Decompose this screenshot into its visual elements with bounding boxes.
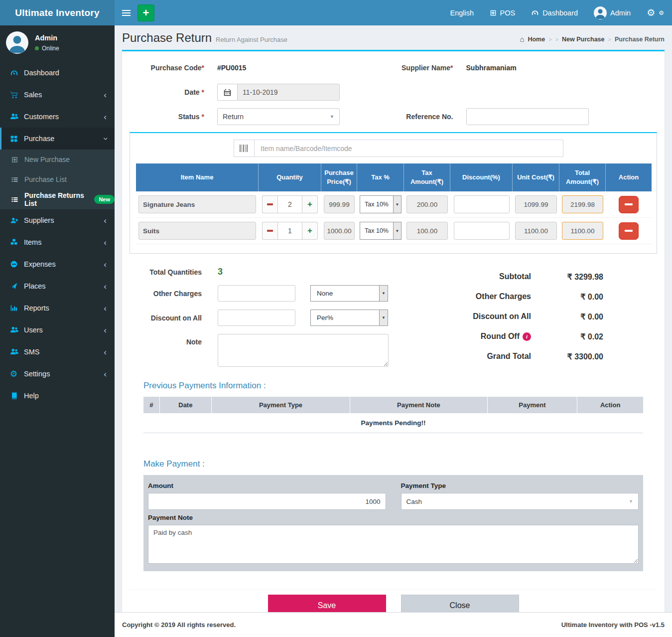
sidebar-item-new-purchase[interactable]: New Purchase xyxy=(0,150,115,169)
plus-icon: + xyxy=(143,7,149,18)
sidebar-item-customers[interactable]: Customers‹ xyxy=(0,106,115,128)
note-textarea[interactable] xyxy=(218,334,389,367)
discount-type-select[interactable]: Per% ▼ xyxy=(310,310,388,326)
grand-total-value: ₹ 3300.00 xyxy=(531,352,603,361)
discount-on-all-label: Discount on All xyxy=(130,314,202,322)
payment-note-textarea[interactable]: Paid by cash xyxy=(148,525,639,564)
dashboard-link[interactable]: Dashboard xyxy=(523,0,586,25)
discount-input[interactable] xyxy=(454,195,510,213)
plus-square-icon xyxy=(11,156,24,163)
caret-down-icon: ▼ xyxy=(379,310,388,325)
close-button[interactable]: Close xyxy=(401,595,519,612)
sidebar-user-name: Admin xyxy=(35,34,59,42)
page-subtitle: Return Against Purchase xyxy=(216,36,287,43)
caret-down-icon: ▼ xyxy=(629,499,633,504)
minus-icon xyxy=(625,203,633,205)
new-badge: New xyxy=(94,195,115,204)
sidebar: Admin Online Dashboard Sales‹ Customers‹… xyxy=(0,25,115,637)
sidebar-item-purchase-returns-list[interactable]: Purchase Returns ListNew xyxy=(0,189,115,209)
sidebar-item-items[interactable]: Items‹ xyxy=(0,231,115,253)
send-icon xyxy=(10,282,24,290)
other-charges-input[interactable] xyxy=(218,285,295,302)
users-icon xyxy=(10,325,24,334)
sidebar-item-expenses[interactable]: Expenses‹ xyxy=(0,253,115,275)
discount-input[interactable] xyxy=(454,222,510,240)
sidebar-item-users[interactable]: Users‹ xyxy=(0,319,115,341)
chevron-left-icon: ‹ xyxy=(104,326,107,334)
purchase-price-field: 1000.00 xyxy=(324,222,355,240)
item-search-input[interactable] xyxy=(254,140,563,157)
brand-logo[interactable]: Ultimate Inventory xyxy=(0,0,115,25)
bar-chart-icon xyxy=(10,304,24,312)
user-menu[interactable]: Admin xyxy=(586,0,639,25)
payment-type-select[interactable]: Cash ▼ xyxy=(401,493,639,510)
sidebar-user-status[interactable]: Online xyxy=(35,45,59,52)
supplier-label: Supplier Name* xyxy=(394,64,453,72)
sidebar-toggle-icon[interactable] xyxy=(115,0,137,25)
discount-total-value: ₹ 0.00 xyxy=(531,312,603,321)
amount-input[interactable] xyxy=(148,493,386,510)
remove-item-button[interactable] xyxy=(619,222,639,240)
chevron-left-icon: ‹ xyxy=(104,238,107,247)
sidebar-menu: Dashboard Sales‹ Customers‹ Purchase‹ Ne… xyxy=(0,62,115,407)
gears-icon: ⚙ xyxy=(10,369,24,379)
purchase-code-value: #PU0015 xyxy=(217,64,246,72)
quantity-stepper: + xyxy=(262,222,318,240)
user-plus-icon xyxy=(10,216,24,225)
tax-select[interactable]: Tax 10% ▼ xyxy=(360,222,402,240)
sidebar-item-reports[interactable]: Reports‹ xyxy=(0,297,115,319)
item-row: Signature Jeans + 999.99 xyxy=(136,191,652,218)
gear-small-icon: ⚙ xyxy=(659,10,664,16)
previous-payments-table: # Date Payment Type Payment Note Payment… xyxy=(143,397,643,433)
date-input-group: 11-10-2019 xyxy=(217,84,340,101)
date-field[interactable]: 11-10-2019 xyxy=(237,84,340,101)
page-title: Purchase Return xyxy=(122,31,212,45)
quick-add-button[interactable]: + xyxy=(137,4,154,21)
total-amount-field: 2199.98 xyxy=(562,195,603,213)
qty-increase-button[interactable]: + xyxy=(302,195,318,213)
sidebar-item-suppliers[interactable]: Suppliers‹ xyxy=(0,209,115,231)
chevron-left-icon: ‹ xyxy=(104,370,107,378)
item-name-field: Signature Jeans xyxy=(138,195,256,213)
info-icon[interactable]: i xyxy=(523,332,531,341)
payments-pending-message: Payments Pending!! xyxy=(143,413,643,433)
chevron-left-icon: ‹ xyxy=(104,91,107,99)
qty-input[interactable] xyxy=(277,195,302,213)
make-payment-heading: Make Payment : xyxy=(143,459,657,469)
qty-increase-button[interactable]: + xyxy=(302,222,318,240)
sidebar-item-places[interactable]: Places‹ xyxy=(0,275,115,297)
avatar xyxy=(6,31,28,54)
language-menu[interactable]: English xyxy=(442,0,482,25)
content-area: Purchase Return Return Against Purchase … xyxy=(115,25,672,612)
qty-input[interactable] xyxy=(277,222,302,240)
users-icon xyxy=(10,347,24,356)
items-table-header: Item Name Quantity Purchase Price(₹) Tax… xyxy=(136,163,652,191)
sidebar-item-purchase-list[interactable]: Purchase List xyxy=(0,169,115,189)
list-icon xyxy=(11,196,24,203)
calendar-icon[interactable] xyxy=(217,84,237,101)
qty-decrease-button[interactable] xyxy=(262,195,277,213)
speedometer-icon xyxy=(10,69,24,77)
tax-select[interactable]: Tax 10% ▼ xyxy=(360,195,402,213)
breadcrumb-home[interactable]: Home xyxy=(528,36,545,43)
qty-decrease-button[interactable] xyxy=(262,222,277,240)
sidebar-item-sms[interactable]: SMS‹ xyxy=(0,341,115,363)
discount-on-all-input[interactable] xyxy=(218,310,295,326)
chevron-left-icon: ‹ xyxy=(104,348,107,356)
sidebar-item-sales[interactable]: Sales‹ xyxy=(0,84,115,106)
save-button[interactable]: Save xyxy=(268,595,386,612)
other-charges-type-select[interactable]: None ▼ xyxy=(310,285,388,302)
status-select[interactable]: Return▼ xyxy=(217,108,340,125)
subtotal-value: ₹ 3299.98 xyxy=(531,272,603,282)
items-table: Item Name Quantity Purchase Price(₹) Tax… xyxy=(136,163,652,244)
sidebar-item-dashboard[interactable]: Dashboard xyxy=(0,62,115,84)
previous-payments-heading: Previous Payments Information : xyxy=(143,381,657,391)
breadcrumb-new-purchase[interactable]: New Purchase xyxy=(562,36,604,43)
remove-item-button[interactable] xyxy=(619,196,639,213)
sidebar-item-purchase[interactable]: Purchase‹ xyxy=(0,128,115,150)
reference-input[interactable] xyxy=(466,108,589,125)
sidebar-item-settings[interactable]: ⚙Settings‹ xyxy=(0,363,115,385)
pos-link[interactable]: ⊞ POS xyxy=(482,0,523,25)
settings-gears-button[interactable]: ⚙⚙ xyxy=(639,0,672,25)
sidebar-item-help[interactable]: Help xyxy=(0,385,115,407)
